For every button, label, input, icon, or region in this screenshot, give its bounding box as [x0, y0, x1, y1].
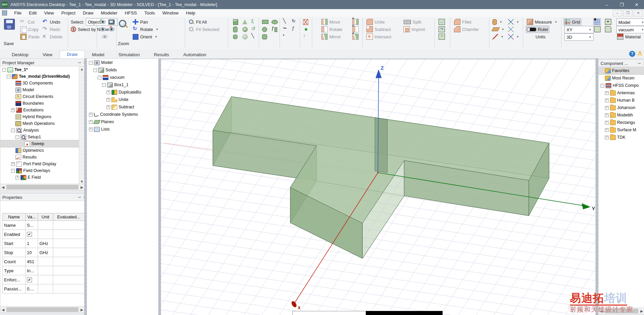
- component-item-johanson[interactable]: +Johanson: [599, 104, 644, 111]
- pan-button[interactable]: Pan: [132, 19, 149, 25]
- move-button[interactable]: Move: [321, 19, 341, 25]
- material-button[interactable]: Material: [616, 33, 641, 40]
- component-item-hfss-compo[interactable]: -HFSS Compo: [599, 82, 644, 89]
- pin-icon[interactable]: ⇀: [78, 61, 81, 65]
- draw-sphere-button[interactable]: [242, 26, 248, 33]
- mirror-button[interactable]: Mirror: [321, 33, 342, 40]
- help-icon[interactable]: ?: [629, 51, 635, 57]
- menu-file[interactable]: File: [10, 10, 25, 16]
- duplicate-mirror-button[interactable]: [352, 33, 359, 40]
- properties-col-va[interactable]: Va...: [25, 213, 38, 221]
- draw-cylinder-button[interactable]: [232, 26, 238, 33]
- face-detach-button[interactable]: ~: [438, 33, 446, 40]
- project-item-model[interactable]: Model: [0, 86, 79, 93]
- draw-axis-button[interactable]: [302, 33, 310, 40]
- create-region-button[interactable]: [302, 19, 309, 25]
- child-restore-icon[interactable]: ❐: [623, 10, 633, 16]
- rotate-button[interactable]: Rotate: [321, 26, 343, 33]
- property-row-count[interactable]: Count451: [3, 257, 85, 266]
- fillet-button[interactable]: Fillet: [453, 19, 472, 25]
- project-item-mesh-operations[interactable]: Mesh Operations: [0, 120, 79, 127]
- imprint-button[interactable]: Imprint: [403, 26, 426, 33]
- drawing-plane-dropdown[interactable]: XY▼: [565, 26, 593, 33]
- redo-button[interactable]: Redo: [42, 26, 61, 33]
- property-value[interactable]: 0....: [25, 284, 38, 293]
- snap-edge-button[interactable]: [593, 26, 601, 33]
- menu-hfss[interactable]: HFSS: [121, 10, 140, 16]
- copy-button[interactable]: Copy: [20, 26, 39, 33]
- scroll-down-icon[interactable]: ▼: [79, 179, 85, 184]
- draw-point-button[interactable]: [282, 33, 289, 40]
- model-item-unite[interactable]: +Unite: [87, 96, 158, 103]
- properties-hscrollbar[interactable]: ◀ ▶: [0, 306, 85, 313]
- properties-col-unit[interactable]: Unit: [38, 213, 53, 221]
- expander-icon[interactable]: +: [11, 162, 15, 166]
- expander-icon[interactable]: +: [106, 91, 110, 94]
- project-item-sweep[interactable]: Sweep: [0, 140, 79, 147]
- component-item-favorites[interactable]: Favorites: [599, 67, 644, 74]
- property-value[interactable]: 1: [25, 239, 38, 248]
- expander-icon[interactable]: +: [89, 128, 93, 131]
- pin-icon[interactable]: ⇀: [78, 195, 81, 200]
- project-item-port-field-display[interactable]: +Port Field Display: [0, 161, 79, 167]
- expander-icon[interactable]: +: [605, 91, 609, 95]
- menu-draw[interactable]: Draw: [79, 10, 97, 16]
- project-tree-hscrollbar[interactable]: ◀ ▶: [0, 184, 85, 190]
- fit-selected-button[interactable]: Fit Selected: [188, 26, 220, 33]
- snap-center-button[interactable]: [604, 19, 612, 25]
- sweep-along-plane-button[interactable]: ▼: [492, 26, 505, 33]
- properties-col-evaluated[interactable]: Evaluated...: [53, 213, 84, 221]
- expander-icon[interactable]: -: [11, 169, 15, 173]
- scroll-right-icon[interactable]: ▶: [79, 307, 85, 312]
- tee-junction-septum[interactable]: [375, 118, 387, 173]
- property-row-name[interactable]: NameS...: [3, 221, 85, 230]
- draw-line-button[interactable]: [282, 19, 289, 25]
- project-item-3d-components[interactable]: 3D Components: [0, 80, 79, 86]
- property-row-stop[interactable]: Stop10GHz: [3, 248, 85, 257]
- expander-icon[interactable]: -: [93, 68, 97, 72]
- draw-helix-button[interactable]: [251, 19, 258, 25]
- model-item-coordinate-systems[interactable]: +Coordinate Systems: [87, 111, 158, 118]
- show-selected-button[interactable]: [99, 26, 106, 33]
- draw-cone-button[interactable]: [242, 19, 248, 25]
- minimize-icon[interactable]: –: [600, 0, 614, 9]
- draw-equation-curve-button[interactable]: [291, 26, 298, 33]
- component-item-antennas[interactable]: +Antennas: [599, 89, 644, 97]
- tee-solid[interactable]: [213, 97, 549, 258]
- model-item-box1-1[interactable]: -Box1_1: [87, 81, 158, 89]
- property-value[interactable]: S...: [25, 221, 38, 230]
- tab-desktop[interactable]: Desktop: [5, 51, 36, 59]
- tab-results[interactable]: Results: [147, 51, 176, 59]
- draw-point-small-button[interactable]: [302, 26, 310, 33]
- expander-icon[interactable]: -: [601, 84, 604, 88]
- property-row-type[interactable]: TypeIn...: [3, 266, 85, 275]
- modeler-3d-viewport[interactable]: X Y Z: [161, 59, 595, 315]
- splitter[interactable]: [595, 59, 598, 315]
- cs-create-button[interactable]: ▼: [507, 19, 520, 25]
- fit-all-button[interactable]: Fit All: [188, 19, 207, 25]
- child-close-icon[interactable]: ✕: [634, 10, 643, 16]
- property-row-enabled[interactable]: Enabled✔: [3, 230, 85, 239]
- tab-model[interactable]: Model: [85, 51, 111, 59]
- draw-spiral-button[interactable]: [251, 26, 258, 33]
- project-item-tee-1[interactable]: -Tee_1*: [0, 66, 79, 73]
- cut-button[interactable]: Cut: [20, 19, 35, 25]
- measure-button[interactable]: Measure▼: [526, 19, 558, 25]
- cs-face-button[interactable]: [507, 26, 514, 33]
- sweep-along-path-button[interactable]: ▼: [492, 33, 504, 40]
- component-item-modelith[interactable]: +Modelith: [599, 111, 644, 119]
- expander-icon[interactable]: +: [89, 120, 93, 124]
- property-value[interactable]: 10: [25, 248, 38, 257]
- model-item-planes[interactable]: +Planes: [87, 118, 158, 126]
- face-align-button[interactable]: →: [438, 19, 446, 25]
- scroll-left-icon[interactable]: ◀: [0, 184, 6, 190]
- expander-icon[interactable]: +: [605, 121, 609, 125]
- snap-vertex-button[interactable]: [593, 19, 601, 25]
- project-item-optimetrics[interactable]: Optimetrics: [0, 147, 79, 154]
- project-item-tee-modal-drivenmodal[interactable]: -Tee_modal (DrivenModal): [0, 73, 79, 80]
- movement-mode-dropdown[interactable]: 3D▼: [565, 33, 593, 41]
- intersect-button[interactable]: Intersect: [366, 33, 392, 40]
- expander-icon[interactable]: -: [2, 68, 6, 72]
- draw-spline-button[interactable]: [282, 26, 289, 33]
- expander-icon[interactable]: +: [605, 128, 609, 132]
